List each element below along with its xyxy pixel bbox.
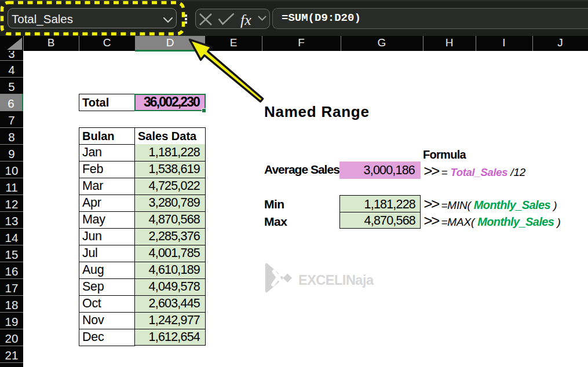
- svg-text:fx: fx: [240, 12, 251, 28]
